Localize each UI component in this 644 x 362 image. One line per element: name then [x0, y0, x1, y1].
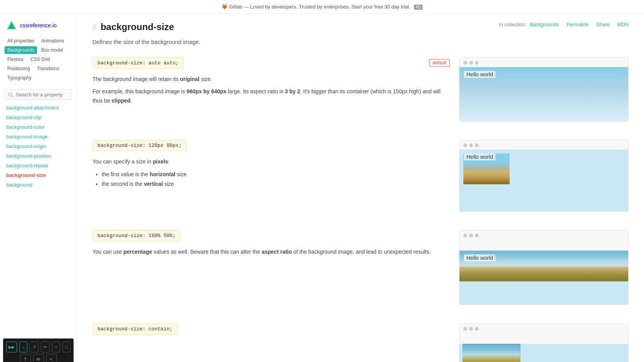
dot-6 — [475, 143, 479, 147]
nav-tag-flexbox[interactable]: Flexbox — [5, 56, 26, 63]
preview-small-img: Hello world — [460, 150, 628, 211]
breadcrumb-share[interactable]: Share — [596, 22, 610, 27]
logo-icon — [6, 20, 17, 31]
section-contain: background-size: contain; Hello world — [92, 323, 629, 362]
breadcrumb-sep: · — [562, 22, 564, 27]
sidebar-link-background[interactable]: background — [0, 180, 77, 190]
carbon-toolbar-2: T ✉ ↖ — [6, 354, 70, 362]
demo-block-2: background-size: 120px 80px; You can spe… — [92, 140, 629, 212]
carbon-btn-8[interactable]: ✉ — [33, 354, 44, 362]
breadcrumb-sep-2: · — [592, 22, 593, 27]
ad-badge: AD — [414, 5, 423, 10]
preview-panel-3: Hello world — [459, 230, 629, 305]
preview-hello-2: Hello world — [464, 153, 495, 160]
main-content: # background-size In collection: Backgro… — [77, 14, 644, 362]
nav-tag-transitions[interactable]: Transitions — [34, 65, 62, 72]
top-banner: 🦊 Gitlab — Loved by developers. Trusted … — [0, 0, 644, 14]
preview-dots-3 — [460, 231, 628, 240]
nav-tag-css-grid[interactable]: CSS Grid — [28, 56, 53, 63]
demo-block-1: background-size: auto auto; default The … — [92, 57, 629, 121]
carbon-btn-7[interactable]: T — [20, 354, 31, 362]
bullet-2-1: the second is the vertical size — [102, 179, 450, 189]
nav-tag-typography[interactable]: Typography — [5, 74, 34, 82]
preview-contain-img — [463, 344, 520, 362]
carbon-btn-4[interactable]: ✏ — [41, 342, 50, 352]
banner-text: Gitlab — Loved by developers. Trusted by… — [229, 4, 410, 10]
breadcrumb-permalink[interactable]: Permalink — [567, 22, 589, 27]
breadcrumb-collection-label: In collection: — [499, 22, 527, 27]
demo-description-1: background-size: auto auto; default The … — [92, 57, 450, 108]
nav-tags: All properties Animations Backgrounds Bo… — [0, 37, 77, 86]
dot-7 — [463, 234, 467, 237]
carbon-btn-1[interactable]: ▶▶ — [6, 342, 17, 352]
search-box — [5, 89, 72, 100]
nav-tag-all-properties[interactable]: All properties — [5, 37, 37, 45]
sidebar-link-background-color[interactable]: background-color — [0, 122, 77, 132]
demo-block-3: background-size: 100% 50%; You can use p… — [92, 230, 629, 305]
bullet-list-2: the first value is the horizontal size t… — [92, 170, 450, 189]
carbon-btn-9[interactable]: ↖ — [46, 354, 57, 362]
sidebar-link-background-attachment[interactable]: background-attachment — [0, 103, 77, 113]
logo-text: cssreference.io — [20, 22, 57, 29]
nav-tag-positioning[interactable]: Positioning — [5, 65, 33, 72]
dot-1 — [463, 61, 467, 65]
sidebar-link-background-position[interactable]: background-position — [0, 151, 77, 161]
code-line-2: background-size: 120px 80px; — [92, 140, 186, 151]
breadcrumb-collection-link[interactable]: Backgrounds — [530, 22, 559, 27]
breadcrumb-mdn[interactable]: MDN — [617, 22, 629, 27]
bullet-2-0: the first value is the horizontal size — [102, 170, 450, 179]
carbon-btn-3[interactable]: ↗ — [30, 342, 39, 352]
section-auto-auto: background-size: auto auto; default The … — [92, 57, 629, 121]
desc-para-1-0: The background image will retain its ori… — [92, 75, 450, 84]
preview-dots-1 — [460, 58, 628, 67]
preview-panel-2: Hello world — [459, 140, 629, 212]
page-header: # background-size In collection: Backgro… — [92, 22, 629, 32]
dot-8 — [469, 234, 473, 237]
sidebar-link-background-size[interactable]: background-size — [0, 170, 77, 180]
fox-icon: 🦊 — [221, 4, 228, 10]
desc-para-1-1: For example, this background image is 96… — [92, 87, 450, 106]
preview-panel-4: Hello world — [459, 323, 629, 362]
section-100pct-50pct: background-size: 100% 50%; You can use p… — [92, 230, 629, 305]
nav-tag-box-model[interactable]: Box model — [39, 46, 66, 54]
logo-link[interactable]: cssreference.io — [0, 20, 77, 37]
demo-block-4: background-size: contain; Hello world — [92, 323, 629, 362]
sidebar-link-background-repeat[interactable]: background-repeat — [0, 161, 77, 170]
default-badge-1: default — [429, 59, 450, 67]
carbon-btn-6[interactable]: □ — [62, 342, 70, 352]
page-title-block: # background-size — [92, 22, 174, 32]
demo-description-3: background-size: 100% 50%; You can use p… — [92, 230, 450, 260]
code-line-1: background-size: auto auto; — [92, 57, 184, 69]
demo-description-4: background-size: contain; — [92, 323, 450, 341]
sidebar: cssreference.io All properties Animation… — [0, 14, 77, 362]
search-input[interactable] — [16, 92, 69, 98]
svg-line-3 — [12, 96, 13, 97]
preview-hello-1: Hello world — [464, 71, 495, 78]
dot-2 — [469, 61, 473, 65]
hash-icon: # — [92, 23, 97, 32]
preview-dots-4 — [460, 324, 628, 333]
breadcrumb-row: In collection: Backgrounds · Permalink ·… — [499, 22, 629, 27]
layout: cssreference.io All properties Animation… — [0, 14, 644, 362]
code-line-3: background-size: 100% 50%; — [92, 230, 181, 241]
sidebar-link-background-image[interactable]: background-image — [0, 132, 77, 141]
preview-hello-3: Hello world — [464, 254, 495, 261]
carbon-btn-2[interactable]: ⌂ — [19, 342, 27, 352]
sidebar-link-background-clip[interactable]: background-clip — [0, 113, 77, 122]
sidebar-link-background-origin[interactable]: background-origin — [0, 141, 77, 151]
nav-tag-animations[interactable]: Animations — [39, 37, 67, 45]
dot-5 — [469, 143, 473, 147]
sidebar-links: background-attachment background-clip ba… — [0, 103, 77, 190]
desc-para-3-0: You can use percentage values as well. B… — [92, 248, 450, 257]
preview-sky: Hello world — [460, 67, 628, 121]
dot-3 — [475, 61, 479, 65]
desc-para-2-0: You can specify a size in pixels: — [92, 157, 450, 167]
code-line-4: background-size: contain; — [92, 323, 178, 335]
dot-10 — [463, 327, 467, 331]
carbon-btn-5[interactable]: ○ — [52, 342, 60, 352]
preview-contain-content: Hello world — [460, 344, 628, 362]
nav-tag-backgrounds[interactable]: Backgrounds — [5, 46, 37, 54]
dot-11 — [469, 327, 473, 331]
page-subtitle: Defines the size of the background image… — [92, 39, 629, 45]
section-120px-80px: background-size: 120px 80px; You can spe… — [92, 140, 629, 212]
